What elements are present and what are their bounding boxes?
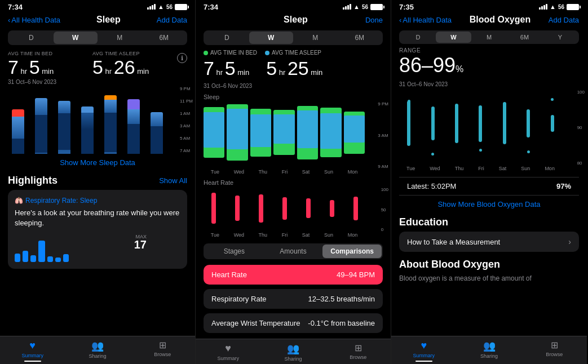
segment-6m-mid[interactable]: 6M — [338, 32, 382, 44]
add-data-button-left[interactable]: Add Data — [157, 16, 187, 24]
show-more-blood-oxygen[interactable]: Show More Blood Oxygen Data — [391, 196, 587, 212]
back-button-right[interactable]: ‹ All Health Data — [399, 16, 452, 24]
tab-summary-mid[interactable]: ♥ Summary — [196, 343, 260, 362]
tab-sharing-left[interactable]: 👥 Sharing — [65, 340, 130, 362]
stats-row-mid: 7 hr 5 min 5 hr 25 min — [196, 58, 391, 79]
segment-control-mid: D W M 6M — [204, 30, 383, 45]
tab-summary-label-right: Summary — [413, 353, 435, 358]
heart-icon: ♥ — [29, 340, 36, 352]
day-tue-mid: Tue — [211, 169, 219, 175]
comparison-wrist-temp: Average Wrist Temperature -0.1°C from ba… — [204, 313, 383, 333]
sleep-bars-left: Tue Wed Thu Fri — [8, 86, 187, 153]
nav-bar-right: ‹ All Health Data Blood Oxygen Add Data — [391, 12, 587, 28]
hr-bar-group-3 — [251, 187, 271, 229]
heart-icon-mid: ♥ — [225, 343, 231, 354]
legend-bed: AVG TIME IN BED — [204, 50, 257, 56]
oxy-group-2 — [423, 90, 442, 166]
tab-sharing-label: Sharing — [89, 353, 106, 359]
segment-m-mid[interactable]: M — [293, 32, 338, 44]
tab-browse-mid[interactable]: ⊞ Browse — [326, 343, 391, 362]
hr-bars-mid — [204, 187, 383, 229]
stat-asleep-mid: 5 hr 25 min — [266, 58, 322, 79]
tab-browse-label: Browse — [154, 352, 171, 357]
segment-w-mid[interactable]: W — [249, 32, 294, 44]
sharing-icon-right: 👥 — [483, 340, 496, 352]
battery-icon-mid — [370, 4, 383, 10]
page-title-left: Sleep — [96, 15, 121, 25]
tab-selector-mid: Stages Amounts Comparisons — [204, 243, 383, 259]
segment-w-right[interactable]: W — [436, 32, 471, 43]
back-button-left[interactable]: ‹ All Health Data — [8, 16, 60, 24]
about-section: About Blood Oxygen Blood oxygen is a mea… — [391, 254, 587, 286]
bar-sun: Sun — [124, 86, 144, 153]
tab-sharing-right[interactable]: 👥 Sharing — [457, 340, 522, 362]
stat-bed-value-mid: 7 hr 5 min — [204, 58, 249, 79]
wifi-icon: ▲ — [158, 3, 164, 10]
stages-tab[interactable]: Stages — [205, 245, 264, 258]
max-value: 17 — [134, 238, 147, 251]
segment-y-right[interactable]: Y — [542, 32, 578, 43]
info-icon-left[interactable]: ℹ — [177, 53, 187, 63]
segment-control-right: D W M 6M Y — [399, 30, 579, 44]
bar-thu: Thu — [54, 86, 74, 153]
stat-bed-time: AVG TIME IN BED 7 hr 5 min 31 Oct–6 Nov … — [8, 51, 81, 85]
page-title-mid: Sleep — [284, 15, 308, 25]
segment-w-left[interactable]: W — [54, 32, 98, 44]
segment-m-right[interactable]: M — [471, 32, 507, 43]
chevron-right-icon: › — [568, 237, 571, 246]
tab-summary-label-mid: Summary — [217, 356, 239, 361]
legend-dot-bed — [204, 51, 208, 55]
segment-d-left[interactable]: D — [9, 32, 54, 44]
tab-sharing-mid[interactable]: 👥 Sharing — [260, 343, 325, 362]
hr-bar-group-5 — [298, 187, 319, 229]
sleep-time-labels-mid: 9 PM 3 AM 9 AM — [378, 101, 388, 169]
segment-control-left: D W M 6M — [8, 30, 187, 45]
signal-icon — [147, 4, 156, 10]
nav-bar-mid: Sleep Done — [196, 12, 391, 28]
comp-resp-value: 12–32.5 breaths/min — [308, 295, 375, 303]
status-time-mid: 7:34 — [204, 3, 218, 11]
mini-bar-7 — [63, 254, 69, 262]
latest-label: Latest: 5:02PM — [407, 182, 456, 190]
segment-6m-right[interactable]: 6M — [507, 32, 542, 43]
education-section: Education How to Take a Measurement › — [391, 212, 587, 254]
add-data-button-right[interactable]: Add Data — [549, 16, 579, 24]
tab-bar-mid: ♥ Summary 👥 Sharing ⊞ Browse — [196, 339, 391, 364]
legend-dot-asleep — [265, 51, 269, 55]
wifi-icon-mid: ▲ — [353, 3, 360, 10]
legend-asleep: AVG TIME ASLEEP — [265, 50, 321, 56]
tab-browse-label-right: Browse — [546, 352, 563, 357]
browse-icon: ⊞ — [159, 340, 166, 350]
comparison-heart-rate[interactable]: Heart Rate 49–94 BPM — [204, 265, 383, 285]
day-thu-mid: Thu — [259, 169, 268, 175]
segment-d-right[interactable]: D — [400, 32, 436, 43]
amounts-tab[interactable]: Amounts — [264, 245, 323, 258]
oxy-group-6 — [519, 90, 538, 166]
tab-browse-right[interactable]: ⊞ Browse — [521, 340, 587, 362]
battery-text-right: 56 — [558, 4, 564, 10]
show-more-sleep[interactable]: Show More Sleep Data — [0, 154, 195, 170]
sleep-bar-mid-6 — [320, 108, 341, 157]
day-labels-right: Tue Wed Thu Fri Sat Sun Mon — [399, 166, 579, 171]
segment-d-mid[interactable]: D — [205, 32, 249, 44]
comp-hr-label: Heart Rate — [211, 270, 247, 279]
tab-summary-left[interactable]: ♥ Summary — [0, 340, 65, 362]
tab-summary-right[interactable]: ♥ Summary — [391, 340, 457, 362]
show-all-button[interactable]: Show All — [159, 176, 187, 185]
status-bar-mid: 7:34 ▲ 56 — [196, 0, 391, 12]
page-title-right: Blood Oxygen — [470, 15, 530, 25]
status-bar-right: 7:35 ▲ 56 — [391, 0, 587, 12]
bar-sat: Sat — [101, 86, 121, 153]
done-button-mid[interactable]: Done — [365, 16, 383, 24]
comparisons-tab[interactable]: Comparisons — [322, 245, 382, 258]
stat-asleep-label: AVG TIME ASLEEP — [92, 51, 166, 56]
hr-bar-group-6 — [322, 187, 342, 229]
tab-browse-left[interactable]: ⊞ Browse — [130, 340, 195, 362]
education-title: Education — [399, 216, 579, 228]
legend-row: AVG TIME IN BED AVG TIME ASLEEP — [196, 47, 391, 58]
oxygen-chart: 100 90 80 — [391, 90, 587, 177]
edu-row-measurement[interactable]: How to Take a Measurement › — [399, 232, 579, 252]
segment-m-left[interactable]: M — [98, 32, 142, 44]
comp-wrist-value: -0.1°C from baseline — [308, 319, 375, 327]
segment-6m-left[interactable]: 6M — [142, 32, 187, 44]
